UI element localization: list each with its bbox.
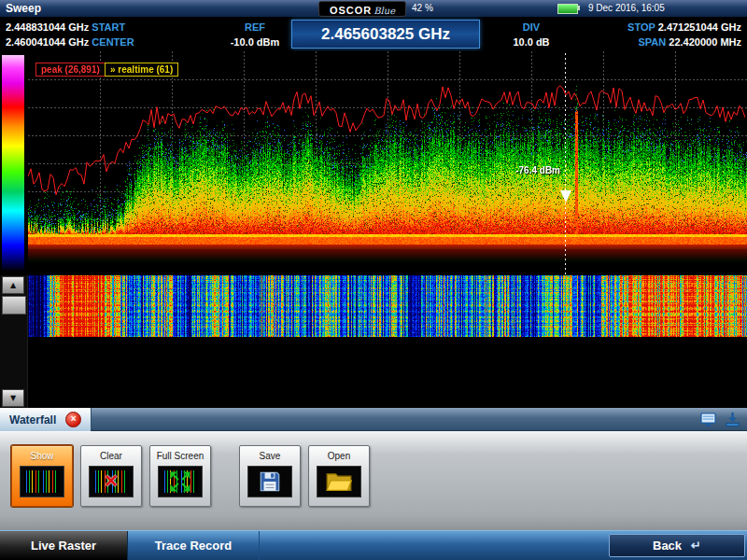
tab-waterfall[interactable]: Waterfall × [0,408,92,431]
realtime-trace-label[interactable]: » realtime (61) [105,63,178,77]
amplitude-colorbar [2,55,24,272]
save-button-label: Save [260,451,281,461]
logo-subtext: Blue [374,6,395,16]
scrollbar-thumb[interactable] [2,296,26,315]
panel-tabbar: Waterfall × [0,408,747,431]
waterfall-scrollbar[interactable]: ▲ ▼ [0,275,28,408]
battery-percent: 42 % [412,3,433,13]
back-button-label: Back [653,539,682,553]
spectrum-canvas[interactable] [28,51,747,275]
mode-label: Sweep [6,2,41,15]
battery-icon [557,4,580,13]
scroll-down-button[interactable]: ▼ [2,389,24,407]
oscor-screen: Sweep OSCORBlue 42 % 9 Dec 2016, 16:05 2… [0,0,747,560]
back-button[interactable]: Back ↵ [609,534,745,557]
datetime-label: 9 Dec 2016, 16:05 [588,3,665,13]
return-arrow-icon: ↵ [691,539,701,553]
open-folder-icon [317,466,361,497]
clear-icon: × [89,466,134,497]
tab-waterfall-label: Waterfall [9,413,56,427]
waterfall-toolbar: Show Clear × Full Screen [0,431,747,530]
waterfall-show-icon [20,466,64,497]
battery-fill [557,4,578,14]
titlebar: Sweep OSCORBlue 42 % 9 Dec 2016, 16:05 [0,0,747,17]
tabbar-actions [699,411,741,428]
oscor-logo: OSCORBlue [318,1,406,17]
dock-panel-icon[interactable] [724,411,741,428]
fullscreen-icon [158,466,203,497]
save-floppy-icon [247,466,292,497]
clear-button-label: Clear [100,451,122,461]
toolbar-buttons: Show Clear × Full Screen [11,445,377,507]
center-readout[interactable]: 2.460041044 GHz CENTER [6,35,134,49]
div-readout[interactable]: DIV 10.0 dB [500,20,562,49]
waterfall-canvas[interactable] [28,275,747,408]
battery-tip [578,6,580,10]
logo-text: OSCOR [330,5,372,16]
tab-trace-record[interactable]: Trace Record [128,531,260,560]
fullscreen-button[interactable]: Full Screen [149,445,211,507]
tab-live-raster[interactable]: Live Raster [0,531,128,560]
marker-readout: -76.4 dBm [430,165,560,175]
span-readout[interactable]: SPAN 22.420000 MHz [627,35,741,49]
open-button-label: Open [328,451,350,461]
toolbar-gap [218,445,239,507]
show-button[interactable]: Show [11,445,73,507]
open-button[interactable]: Open [308,445,370,507]
stop-span-readout[interactable]: STOP 2.471251044 GHz SPAN 22.420000 MHz [627,20,741,49]
scroll-up-button[interactable]: ▲ [2,276,24,294]
waterfall-panel: ▲ ▼ [0,275,747,408]
peak-trace-label[interactable]: peak (26,891) [35,63,106,77]
ref-readout[interactable]: REF -10.0 dBm [224,20,286,49]
settings-row: 2.448831044 GHz START 2.460041044 GHz CE… [0,17,747,51]
clear-button[interactable]: Clear × [80,445,142,507]
bottom-navbar: Live Raster Trace Record Back ↵ [0,530,747,560]
stop-readout[interactable]: STOP 2.471251044 GHz [627,20,741,35]
close-icon[interactable]: × [65,412,81,427]
fullscreen-button-label: Full Screen [157,451,204,461]
frequency-display[interactable]: 2.465603825 GHz [291,20,480,49]
start-center-readout[interactable]: 2.448831044 GHz START 2.460041044 GHz CE… [6,20,134,49]
spectrum-display: peak (26,891) » realtime (61) -76.4 dBm [0,51,747,275]
start-readout[interactable]: 2.448831044 GHz START [6,20,134,35]
show-button-label: Show [30,451,53,461]
panel-view-icon[interactable] [699,411,717,428]
save-button[interactable]: Save [239,445,301,507]
